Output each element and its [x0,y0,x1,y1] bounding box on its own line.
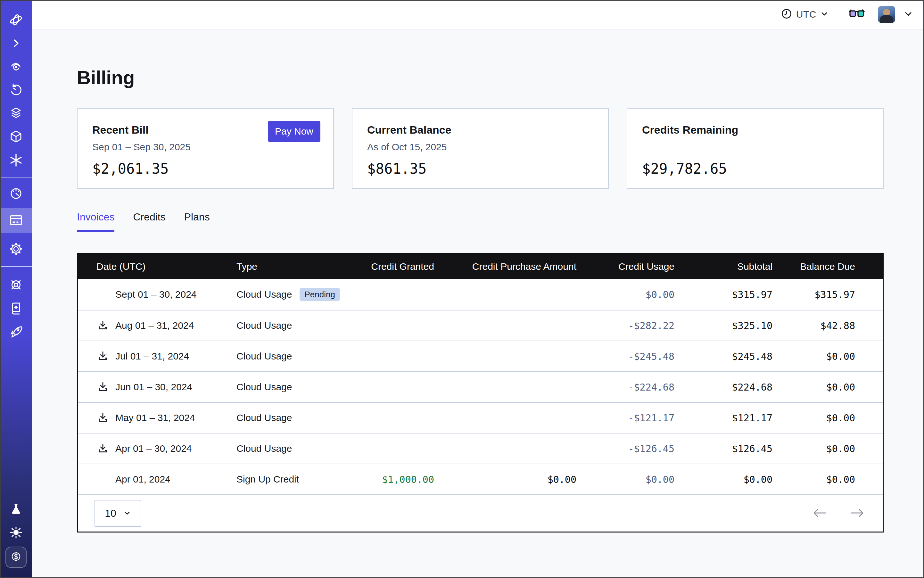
topbar: UTC [32,0,924,29]
download-invoice-button[interactable] [96,442,109,455]
row-type-label: Cloud Usage [236,382,292,393]
sidebar-collapse-toggle[interactable] [7,34,25,52]
pagination-bar: 10 [78,494,883,531]
rocket-icon [8,324,24,339]
gauge-icon [8,186,24,201]
chevron-right-icon [10,37,22,49]
cell-credit-usage: -$282.22 [576,320,674,331]
table-row: Apr 01 – 30, 2024 Cloud Usage -$126.45 $… [78,433,883,464]
sidebar-item-iris[interactable] [7,58,25,76]
row-type-label: Cloud Usage [236,289,292,300]
account-menu-button[interactable] [903,9,913,20]
table-rows: Sept 01 – 30, 2024 Cloud Usage Pending $… [78,279,883,494]
cell-credit-purchase: $0.00 [434,474,576,485]
tab-credits[interactable]: Credits [133,211,165,231]
cell-balance-due: $315.97 [773,289,855,300]
next-page-button[interactable] [848,505,867,521]
row-date: Apr 01 – 30, 2024 [115,443,192,454]
sidebar-item-cube[interactable] [7,128,25,146]
table-row: Aug 01 – 31, 2024 Cloud Usage -$282.22 $… [78,310,883,341]
sidebar-item-helm[interactable] [7,276,25,294]
iris-icon [8,59,24,74]
download-invoice-button[interactable] [96,319,109,332]
cell-credit-granted: $1,000.00 [353,474,434,485]
sidebar-item-retry-clock[interactable] [7,81,25,99]
row-date: May 01 – 31, 2024 [115,412,195,423]
cell-balance-due: $42.88 [773,320,855,331]
pay-now-button[interactable]: Pay Now [268,121,320,142]
card-subtitle: As of Oct 15, 2025 [367,141,593,153]
timezone-button[interactable]: UTC [781,8,828,21]
billing-card-icon [8,212,24,229]
sidebar [0,0,32,578]
sidebar-logo[interactable] [7,11,25,29]
sidebar-item-layers[interactable] [7,104,25,122]
sidebar-item-credits-badge[interactable] [5,547,27,568]
tab-plans[interactable]: Plans [184,211,210,231]
asterisk-icon [9,153,23,167]
column-header-type: Type [236,261,353,272]
cell-balance-due: $0.00 [773,412,855,424]
main-content: Billing Recent Bill Sep 01 – Sep 30, 202… [32,29,924,578]
clock-icon [781,8,792,21]
cell-subtotal: $315.97 [674,289,773,300]
row-type-label: Cloud Usage [236,443,292,454]
cell-balance-due: $0.00 [773,351,855,362]
billing-tabs: Invoices Credits Plans [77,211,883,231]
helm-wheel-icon [8,277,24,292]
cell-subtotal: $121.17 [674,412,773,424]
column-header-credit-granted: Credit Granted [353,261,434,272]
sidebar-item-labs[interactable] [7,500,25,518]
download-invoice-button[interactable] [96,350,109,363]
page-size-select[interactable]: 10 [94,500,141,527]
download-invoice-button[interactable] [96,381,109,393]
chevron-down-icon [903,9,913,20]
current-balance-card: Current Balance As of Oct 15, 2025 $861.… [352,108,609,189]
sidebar-item-docs[interactable] [7,299,25,317]
sidebar-item-usage-gauge[interactable] [7,185,25,203]
glasses-icon [848,8,865,21]
book-sparkle-icon [8,300,24,316]
column-header-subtotal: Subtotal [674,261,773,272]
card-amount: $29,782.65 [642,161,868,177]
chevron-down-icon [123,508,131,520]
table-row: May 01 – 31, 2024 Cloud Usage -$121.17 $… [78,402,883,433]
cell-subtotal: $0.00 [674,474,773,485]
gear-icon [8,241,24,257]
sidebar-item-getting-started[interactable] [7,323,25,341]
cell-credit-usage: -$245.48 [576,351,674,362]
invoices-table: Date (UTC) Type Credit Granted Credit Pu… [77,253,883,533]
prev-page-button[interactable] [810,505,830,521]
cell-subtotal: $224.68 [674,382,773,393]
sidebar-item-asterisk[interactable] [7,151,25,169]
dollar-badge-icon [9,549,23,565]
sun-icon [9,525,23,540]
cell-credit-usage: $0.00 [576,474,674,485]
table-header-row: Date (UTC) Type Credit Granted Credit Pu… [78,254,883,279]
cell-subtotal: $325.10 [674,320,773,331]
status-badge: Pending [300,288,339,302]
row-date: Sept 01 – 30, 2024 [115,289,197,300]
glasses-button[interactable] [848,8,865,21]
layers-icon [8,106,24,121]
table-row: Apr 01, 2024 Sign Up Credit $1,000.00 $0… [78,464,883,494]
row-type-label: Cloud Usage [236,351,292,362]
table-row: Jul 01 – 31, 2024 Cloud Usage -$245.48 $… [78,341,883,371]
cell-credit-usage: -$121.17 [576,412,674,424]
orbit-logo-icon [8,11,24,28]
summary-cards: Recent Bill Sep 01 – Sep 30, 2025 $2,061… [77,108,883,189]
download-invoice-button[interactable] [96,411,109,424]
row-date: Aug 01 – 31, 2024 [115,320,194,331]
cell-subtotal: $126.45 [674,443,773,454]
sidebar-item-billing[interactable] [0,208,32,233]
sidebar-item-settings[interactable] [7,240,25,258]
page-size-value: 10 [105,508,116,520]
page-title: Billing [77,67,883,89]
cell-credit-usage: -$224.68 [576,382,674,393]
row-date: Jul 01 – 31, 2024 [115,351,189,362]
recent-bill-card: Recent Bill Sep 01 – Sep 30, 2025 $2,061… [77,108,334,189]
tab-invoices[interactable]: Invoices [77,211,114,231]
user-avatar[interactable] [878,6,895,23]
sidebar-item-theme[interactable] [7,524,25,541]
row-type-label: Cloud Usage [236,412,292,423]
